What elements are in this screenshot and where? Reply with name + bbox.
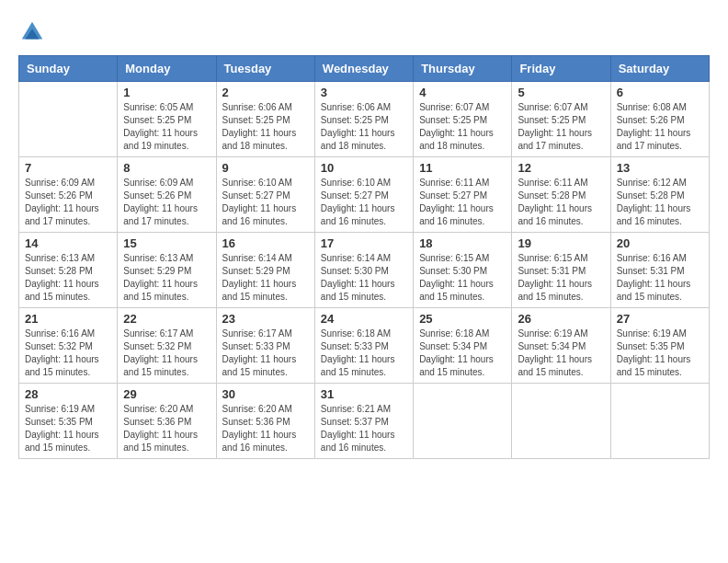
calendar-cell [19, 82, 118, 157]
day-number: 4 [419, 86, 506, 99]
day-number: 8 [123, 161, 210, 175]
day-number: 3 [321, 86, 407, 99]
page-header [18, 18, 710, 46]
day-info: Sunrise: 6:08 AMSunset: 5:26 PMDaylight:… [617, 101, 703, 153]
day-number: 16 [222, 236, 309, 250]
day-number: 2 [222, 86, 309, 99]
calendar-cell: 10Sunrise: 6:10 AMSunset: 5:27 PMDayligh… [314, 157, 413, 233]
day-info: Sunrise: 6:09 AMSunset: 5:26 PMDaylight:… [123, 177, 210, 228]
day-info: Sunrise: 6:06 AMSunset: 5:25 PMDaylight:… [222, 101, 309, 153]
calendar-header-monday: Monday [118, 56, 216, 82]
calendar-header-friday: Friday [512, 56, 610, 82]
calendar-header-wednesday: Wednesday [314, 56, 413, 82]
day-info: Sunrise: 6:15 AMSunset: 5:31 PMDaylight:… [518, 252, 604, 304]
calendar-cell: 25Sunrise: 6:18 AMSunset: 5:34 PMDayligh… [414, 308, 512, 384]
day-number: 30 [222, 387, 309, 401]
day-info: Sunrise: 6:06 AMSunset: 5:25 PMDaylight:… [321, 101, 407, 153]
day-number: 12 [518, 161, 604, 175]
calendar-week-row: 14Sunrise: 6:13 AMSunset: 5:28 PMDayligh… [19, 233, 710, 308]
calendar-cell: 30Sunrise: 6:20 AMSunset: 5:36 PMDayligh… [216, 384, 314, 459]
calendar-cell: 24Sunrise: 6:18 AMSunset: 5:33 PMDayligh… [314, 308, 413, 384]
day-info: Sunrise: 6:13 AMSunset: 5:29 PMDaylight:… [123, 252, 210, 304]
day-info: Sunrise: 6:11 AMSunset: 5:27 PMDaylight:… [419, 177, 506, 228]
day-info: Sunrise: 6:14 AMSunset: 5:30 PMDaylight:… [321, 252, 407, 304]
calendar-cell: 19Sunrise: 6:15 AMSunset: 5:31 PMDayligh… [512, 233, 610, 308]
day-info: Sunrise: 6:14 AMSunset: 5:29 PMDaylight:… [222, 252, 309, 304]
calendar-cell: 1Sunrise: 6:05 AMSunset: 5:25 PMDaylight… [118, 82, 216, 157]
calendar-week-row: 7Sunrise: 6:09 AMSunset: 5:26 PMDaylight… [19, 157, 710, 233]
calendar-cell: 17Sunrise: 6:14 AMSunset: 5:30 PMDayligh… [314, 233, 413, 308]
calendar-cell [512, 384, 610, 459]
day-number: 11 [419, 161, 506, 175]
day-number: 9 [222, 161, 309, 175]
day-number: 10 [321, 161, 407, 175]
day-info: Sunrise: 6:20 AMSunset: 5:36 PMDaylight:… [222, 403, 309, 454]
day-number: 31 [321, 387, 407, 401]
day-info: Sunrise: 6:11 AMSunset: 5:28 PMDaylight:… [518, 177, 604, 228]
day-info: Sunrise: 6:18 AMSunset: 5:34 PMDaylight:… [419, 327, 506, 379]
day-info: Sunrise: 6:19 AMSunset: 5:34 PMDaylight:… [518, 327, 604, 379]
day-number: 7 [25, 161, 111, 175]
day-info: Sunrise: 6:17 AMSunset: 5:32 PMDaylight:… [123, 327, 210, 379]
calendar-cell: 14Sunrise: 6:13 AMSunset: 5:28 PMDayligh… [19, 233, 118, 308]
day-info: Sunrise: 6:19 AMSunset: 5:35 PMDaylight:… [617, 327, 703, 379]
calendar-cell: 16Sunrise: 6:14 AMSunset: 5:29 PMDayligh… [216, 233, 314, 308]
calendar-cell: 13Sunrise: 6:12 AMSunset: 5:28 PMDayligh… [610, 157, 709, 233]
calendar-cell: 6Sunrise: 6:08 AMSunset: 5:26 PMDaylight… [610, 82, 709, 157]
calendar-cell: 7Sunrise: 6:09 AMSunset: 5:26 PMDaylight… [19, 157, 118, 233]
calendar-cell [414, 384, 512, 459]
day-number: 20 [617, 236, 703, 250]
day-number: 17 [321, 236, 407, 250]
day-number: 29 [123, 387, 210, 401]
calendar-week-row: 1Sunrise: 6:05 AMSunset: 5:25 PMDaylight… [19, 82, 710, 157]
day-info: Sunrise: 6:16 AMSunset: 5:31 PMDaylight:… [617, 252, 703, 304]
day-number: 26 [518, 312, 604, 326]
calendar-cell: 9Sunrise: 6:10 AMSunset: 5:27 PMDaylight… [216, 157, 314, 233]
day-info: Sunrise: 6:10 AMSunset: 5:27 PMDaylight:… [222, 177, 309, 228]
day-number: 14 [25, 236, 111, 250]
calendar-cell: 15Sunrise: 6:13 AMSunset: 5:29 PMDayligh… [118, 233, 216, 308]
calendar-cell: 11Sunrise: 6:11 AMSunset: 5:27 PMDayligh… [414, 157, 512, 233]
day-info: Sunrise: 6:20 AMSunset: 5:36 PMDaylight:… [123, 403, 210, 454]
day-info: Sunrise: 6:12 AMSunset: 5:28 PMDaylight:… [617, 177, 703, 228]
day-number: 22 [123, 312, 210, 326]
calendar-header-tuesday: Tuesday [216, 56, 314, 82]
day-info: Sunrise: 6:13 AMSunset: 5:28 PMDaylight:… [25, 252, 111, 304]
calendar-cell: 29Sunrise: 6:20 AMSunset: 5:36 PMDayligh… [118, 384, 216, 459]
day-info: Sunrise: 6:05 AMSunset: 5:25 PMDaylight:… [123, 101, 210, 153]
calendar-cell: 3Sunrise: 6:06 AMSunset: 5:25 PMDaylight… [314, 82, 413, 157]
day-info: Sunrise: 6:15 AMSunset: 5:30 PMDaylight:… [419, 252, 506, 304]
day-number: 1 [123, 86, 210, 99]
calendar-header-saturday: Saturday [610, 56, 709, 82]
day-number: 5 [518, 86, 604, 99]
day-number: 24 [321, 312, 407, 326]
calendar-header-sunday: Sunday [19, 56, 118, 82]
day-info: Sunrise: 6:18 AMSunset: 5:33 PMDaylight:… [321, 327, 407, 379]
calendar-cell: 26Sunrise: 6:19 AMSunset: 5:34 PMDayligh… [512, 308, 610, 384]
day-number: 13 [617, 161, 703, 175]
calendar-week-row: 21Sunrise: 6:16 AMSunset: 5:32 PMDayligh… [19, 308, 710, 384]
day-info: Sunrise: 6:09 AMSunset: 5:26 PMDaylight:… [25, 177, 111, 228]
day-number: 27 [617, 312, 703, 326]
calendar-cell: 20Sunrise: 6:16 AMSunset: 5:31 PMDayligh… [610, 233, 709, 308]
day-info: Sunrise: 6:19 AMSunset: 5:35 PMDaylight:… [25, 403, 111, 454]
calendar-cell [610, 384, 709, 459]
calendar-cell: 2Sunrise: 6:06 AMSunset: 5:25 PMDaylight… [216, 82, 314, 157]
day-info: Sunrise: 6:10 AMSunset: 5:27 PMDaylight:… [321, 177, 407, 228]
logo [18, 18, 50, 46]
day-number: 19 [518, 236, 604, 250]
calendar-week-row: 28Sunrise: 6:19 AMSunset: 5:35 PMDayligh… [19, 384, 710, 459]
day-number: 18 [419, 236, 506, 250]
day-number: 28 [25, 387, 111, 401]
calendar-table: SundayMondayTuesdayWednesdayThursdayFrid… [18, 55, 710, 459]
day-info: Sunrise: 6:16 AMSunset: 5:32 PMDaylight:… [25, 327, 111, 379]
day-number: 6 [617, 86, 703, 99]
day-number: 21 [25, 312, 111, 326]
calendar-header-thursday: Thursday [414, 56, 512, 82]
calendar-cell: 4Sunrise: 6:07 AMSunset: 5:25 PMDaylight… [414, 82, 512, 157]
calendar-cell: 22Sunrise: 6:17 AMSunset: 5:32 PMDayligh… [118, 308, 216, 384]
calendar-cell: 12Sunrise: 6:11 AMSunset: 5:28 PMDayligh… [512, 157, 610, 233]
calendar-cell: 23Sunrise: 6:17 AMSunset: 5:33 PMDayligh… [216, 308, 314, 384]
calendar-cell: 28Sunrise: 6:19 AMSunset: 5:35 PMDayligh… [19, 384, 118, 459]
logo-icon [18, 18, 46, 46]
